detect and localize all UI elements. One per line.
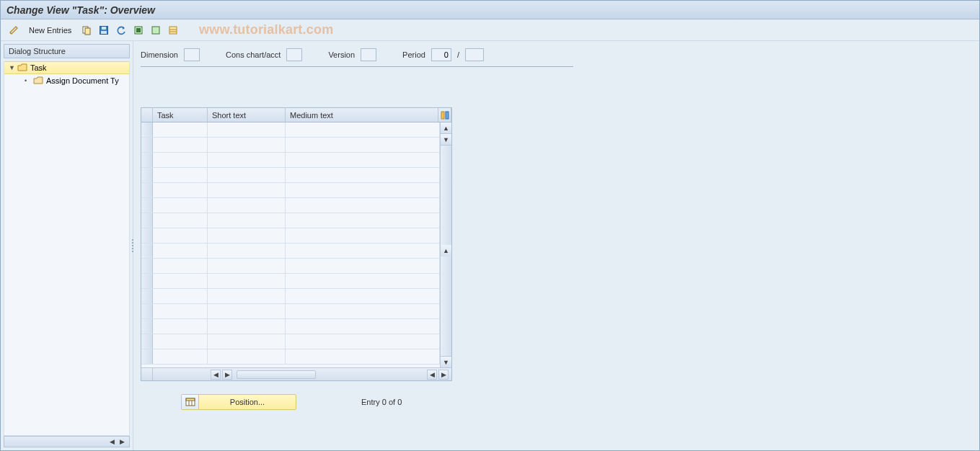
titlebar: Change View "Task": Overview [1,1,979,19]
table-row[interactable] [141,244,440,259]
table-view-icon[interactable] [166,23,180,37]
version-input[interactable] [361,48,376,61]
tree-caret-icon[interactable]: ▼ [9,64,14,71]
tree-bullet-icon: • [25,77,30,84]
sidebar: Dialog Structure ▼ Task • Assign Documen… [1,41,133,450]
table-rows [141,122,440,367]
page-title: Change View "Task": Overview [6,4,155,16]
col-task[interactable]: Task [153,108,208,122]
scroll-up-step-icon[interactable]: ▲ [441,245,451,256]
col-short-text[interactable]: Short text [208,108,286,122]
cons-chart-input[interactable] [286,48,302,61]
table-row[interactable] [141,183,440,198]
table-vscroll[interactable]: ▲ ▼ ▲ ▼ [440,122,451,367]
table-row[interactable] [141,228,440,244]
task-table: Task Short text Medium text [141,107,452,381]
sidebar-hscroll: ◀ ▶ [4,436,130,447]
tree-label: Assign Document Ty [46,76,119,85]
period-separator: / [457,50,459,59]
table-row[interactable] [141,274,440,289]
table-row[interactable] [141,319,440,334]
dialog-structure-header: Dialog Structure [4,44,130,58]
svg-rect-14 [186,398,195,401]
table-row[interactable] [141,259,440,274]
position-label: Position... [199,398,296,406]
hscroll-left-icon[interactable]: ◀ [211,370,221,380]
svg-rect-3 [102,27,106,30]
copy-icon[interactable] [79,23,94,37]
dimension-label: Dimension [141,50,178,59]
folder-icon [33,76,43,85]
position-button[interactable]: Position... [181,394,296,410]
col-medium-text[interactable]: Medium text [286,108,438,122]
main-area: Dimension Cons chart/acct Version Period… [133,41,979,450]
period-input[interactable] [431,48,451,61]
tree-node-assign-doc-type[interactable]: • Assign Document Ty [4,74,129,87]
scroll-left-icon[interactable]: ◀ [107,437,116,446]
watermark: www.tutorialkart.com [199,22,333,37]
select-all-icon[interactable] [131,23,146,37]
table-row[interactable] [141,304,440,319]
table-row[interactable] [141,168,440,183]
table-row[interactable] [141,198,440,213]
scroll-up-icon[interactable]: ▲ [441,122,451,134]
table-row[interactable] [141,349,440,365]
period-year-input[interactable] [465,48,484,61]
save-icon[interactable] [97,23,111,37]
table-row[interactable] [141,138,440,153]
entry-count: Entry 0 of 0 [361,398,402,406]
svg-rect-4 [101,31,107,34]
table-header: Task Short text Medium text [141,108,451,122]
folder-open-icon [17,63,27,72]
table-config-icon[interactable] [438,108,451,122]
hscroll-left-end-icon[interactable]: ◀ [427,370,437,380]
filter-row: Dimension Cons chart/acct Version Period… [141,45,573,67]
table-row[interactable] [141,334,440,349]
table-row[interactable] [141,122,440,138]
hscroll-right-end-icon[interactable]: ▶ [438,370,449,380]
deselect-all-icon[interactable] [149,23,163,37]
svg-rect-11 [441,112,444,119]
cons-chart-label: Cons chart/acct [226,50,281,59]
table-corner[interactable] [141,108,153,122]
dimension-input[interactable] [184,48,200,61]
table-footer: Position... Entry 0 of 0 [141,394,972,410]
period-label: Period [402,50,425,59]
toggle-edit-icon[interactable] [6,23,21,37]
table-hscroll[interactable]: ◀ ▶ ◀ ▶ [141,367,451,380]
table-row[interactable] [141,153,440,168]
hscroll-thumb[interactable] [237,370,316,379]
svg-rect-6 [136,28,141,32]
scroll-down-step-icon[interactable]: ▼ [441,134,451,146]
svg-rect-7 [152,27,159,34]
svg-rect-1 [85,28,90,35]
table-row[interactable] [141,289,440,304]
position-icon [182,395,199,409]
scroll-right-icon[interactable]: ▶ [118,437,126,446]
scroll-down-icon[interactable]: ▼ [441,356,451,367]
version-label: Version [328,50,355,59]
svg-rect-12 [446,112,449,119]
hscroll-right-step-icon[interactable]: ▶ [222,370,232,380]
new-entries-button[interactable]: New Entries [24,23,76,37]
toolbar: New Entries www.tutorialkart.com [1,19,979,41]
dialog-structure-tree: ▼ Task • Assign Document Ty [4,61,130,436]
table-row[interactable] [141,213,440,228]
svg-rect-8 [169,27,177,34]
tree-label: Task [30,63,47,72]
tree-node-task[interactable]: ▼ Task [4,61,129,74]
undo-icon[interactable] [114,23,128,37]
